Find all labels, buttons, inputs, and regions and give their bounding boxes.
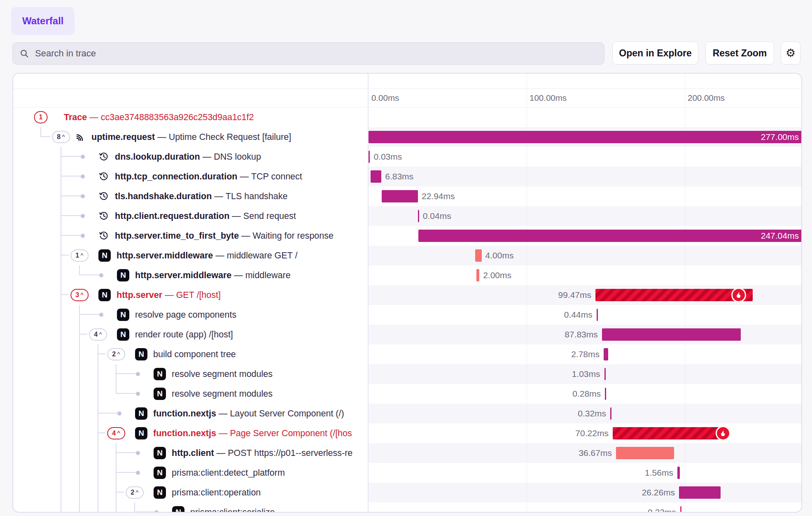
tree-elbow-connector xyxy=(116,492,124,493)
clock-icon xyxy=(98,151,109,164)
span-description: Layout Server Component (/) xyxy=(230,409,344,418)
span-duration-label: 70.22ms xyxy=(575,423,609,443)
tree-elbow-connector xyxy=(98,413,119,414)
reset-zoom-label: Reset Zoom xyxy=(713,48,767,59)
span-duration-label: 2.00ms xyxy=(483,265,511,285)
span-duration-bar[interactable] xyxy=(475,249,481,262)
trace-row[interactable]: Nhttp.client—POST https://p01--serverles… xyxy=(13,443,801,463)
expand-collapse-pill[interactable]: 1^ xyxy=(70,249,89,262)
search-input[interactable] xyxy=(34,48,597,59)
span-duration-label: 36.67ms xyxy=(579,443,612,463)
trace-row[interactable]: Nfunction.nextjs—Layout Server Component… xyxy=(13,404,801,423)
trace-row[interactable]: tls.handshake.duration—TLS handshake22.9… xyxy=(13,186,801,206)
trace-row[interactable]: Nhttp.server.middleware—middleware2.00ms xyxy=(13,265,801,285)
span-op: http.server.time_to_first_byte xyxy=(115,231,239,241)
trace-row[interactable]: 2^Nbuild component tree2.78ms xyxy=(13,344,801,364)
span-duration-bar[interactable] xyxy=(604,368,606,380)
span-description: DNS lookup xyxy=(214,152,261,162)
span-description: TCP connect xyxy=(251,172,302,181)
settings-button[interactable]: ⚙ xyxy=(781,42,800,65)
tree-connector-dot xyxy=(99,313,103,317)
trace-row[interactable]: 1^Nhttp.server.middleware—middleware GET… xyxy=(13,246,801,265)
span-label: uptime.request—Uptime Check Request [fai… xyxy=(91,127,291,147)
span-duration-bar[interactable]: 277.00ms xyxy=(369,131,802,143)
tree-guide-line xyxy=(61,186,61,206)
row-waterfall-cell xyxy=(369,107,801,127)
span-duration-label: 0.04ms xyxy=(423,206,451,226)
span-duration-bar[interactable] xyxy=(369,151,370,163)
span-duration-bar[interactable] xyxy=(680,506,681,513)
trace-row[interactable]: http.client.request.duration—Send reques… xyxy=(13,206,801,226)
trace-row[interactable]: 3^Nhttp.server—GET /[host]99.47ms xyxy=(13,285,801,305)
span-duration-label: 277.00ms xyxy=(761,131,799,143)
trace-row[interactable]: Nprisma:client:serialize0.23ms xyxy=(13,502,801,513)
span-duration-bar[interactable] xyxy=(595,289,753,301)
span-duration-bar[interactable] xyxy=(616,447,674,459)
span-duration-bar[interactable] xyxy=(604,348,608,360)
tree-guide-line xyxy=(98,443,98,463)
trace-row[interactable]: dns.lookup.duration—DNS lookup0.03ms xyxy=(13,147,801,167)
trace-row[interactable]: Nresolve segment modules1.03ms xyxy=(13,364,801,384)
tree-guide-line xyxy=(61,404,61,423)
tree-guide-line xyxy=(61,226,61,246)
span-duration-bar[interactable] xyxy=(613,427,724,439)
tree-guide-line xyxy=(79,265,80,275)
span-duration-bar[interactable] xyxy=(371,170,381,183)
row-tree-cell: Nprisma:client:serialize xyxy=(13,502,369,513)
trace-row[interactable]: Nresolve segment modules0.28ms xyxy=(13,384,801,404)
span-duration-bar[interactable] xyxy=(602,328,741,341)
span-duration-bar[interactable]: 247.04ms xyxy=(418,230,802,242)
span-duration-bar[interactable] xyxy=(610,407,611,420)
tree-guide-line xyxy=(79,463,80,483)
separator-dash: — xyxy=(155,132,169,142)
expand-collapse-pill[interactable]: 1 xyxy=(34,111,48,123)
axis-tick: 0.00ms xyxy=(371,89,399,107)
row-waterfall-cell: 0.23ms xyxy=(369,502,801,513)
tab-waterfall[interactable]: Waterfall xyxy=(11,7,75,35)
expand-collapse-pill[interactable]: 8^ xyxy=(52,131,70,143)
timeline-minimap[interactable] xyxy=(13,74,801,89)
nextjs-icon: N xyxy=(135,427,147,439)
span-duration-bar[interactable] xyxy=(605,388,606,400)
span-duration-bar[interactable] xyxy=(677,467,680,479)
tree-guide-line xyxy=(79,483,80,502)
expand-collapse-pill[interactable]: 4^ xyxy=(89,328,107,341)
trace-row[interactable]: 1Trace—cc3ae3748883563a926c253d9aa1c1f2 xyxy=(13,107,801,127)
span-duration-bar[interactable] xyxy=(476,269,480,281)
span-op: function.nextjs xyxy=(153,428,216,438)
open-in-explore-button[interactable]: Open in Explore xyxy=(612,42,698,65)
span-op: dns.lookup.duration xyxy=(115,152,200,162)
span-duration-label: 2.78ms xyxy=(571,344,600,364)
trace-row[interactable]: 8^uptime.request—Uptime Check Request [f… xyxy=(13,127,801,147)
span-op: http.server xyxy=(117,290,162,300)
search-bar[interactable] xyxy=(12,42,604,65)
expand-collapse-pill[interactable]: 3^ xyxy=(70,289,89,301)
span-label: prisma:client:operation xyxy=(172,483,261,502)
axis-tick: 200.00ms xyxy=(688,89,725,107)
span-duration-bar[interactable] xyxy=(382,190,418,202)
trace-row[interactable]: http.server.time_to_first_byte—Waiting f… xyxy=(13,226,801,246)
span-label: function.nextjs—Page Server Component (/… xyxy=(153,423,352,443)
expand-collapse-pill[interactable]: 4^ xyxy=(107,427,125,439)
span-label: http.client—POST https://p01--serverless… xyxy=(172,443,352,463)
trace-row[interactable]: http.tcp_connection.duration—TCP connect… xyxy=(13,167,801,186)
trace-row[interactable]: 2^Nprisma:client:operation26.26ms xyxy=(13,483,801,502)
trace-row[interactable]: Nresolve page components0.44ms xyxy=(13,305,801,325)
span-duration-bar[interactable] xyxy=(597,309,598,321)
span-duration-label: 0.03ms xyxy=(373,147,402,167)
expand-collapse-pill[interactable]: 2^ xyxy=(126,486,144,499)
row-waterfall-cell: 0.28ms xyxy=(369,384,801,404)
row-tree-cell: 4^Nfunction.nextjs—Page Server Component… xyxy=(13,423,369,443)
nextjs-icon: N xyxy=(98,249,111,262)
tree-guide-line xyxy=(98,384,98,404)
tree-connector-dot xyxy=(136,471,140,475)
trace-row[interactable]: 4^Nrender route (app) /[host]87.83ms xyxy=(13,325,801,344)
span-duration-bar[interactable] xyxy=(679,486,721,499)
trace-row[interactable]: 4^Nfunction.nextjs—Page Server Component… xyxy=(13,423,801,443)
reset-zoom-button[interactable]: Reset Zoom xyxy=(705,42,774,65)
span-label: prisma:client:detect_platform xyxy=(172,463,285,483)
span-duration-bar[interactable] xyxy=(418,210,419,222)
trace-row[interactable]: Nprisma:client:detect_platform1.56ms xyxy=(13,463,801,483)
span-description: Waiting for response xyxy=(253,231,334,241)
expand-collapse-pill[interactable]: 2^ xyxy=(107,348,125,360)
